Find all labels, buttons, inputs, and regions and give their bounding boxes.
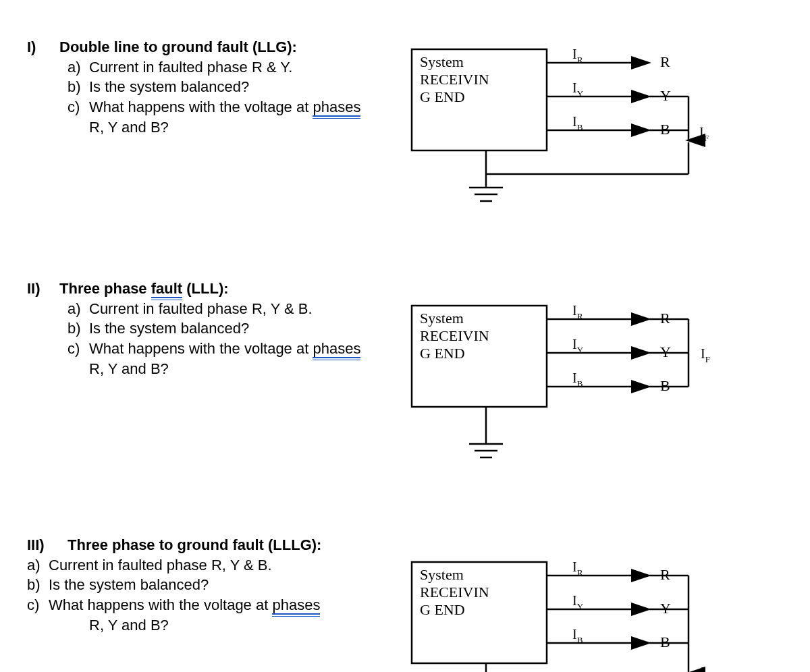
d2-IR: I <box>572 303 577 318</box>
s2-c-text: What happens with the voltage at phases <box>89 339 405 359</box>
s2-b-text: Is the system balanced? <box>89 318 405 339</box>
s2-h-post: (LLL): <box>182 280 228 297</box>
d3-B: B <box>660 634 670 650</box>
s2-a-label: a) <box>68 299 89 319</box>
d2-IRsub: R <box>577 311 583 321</box>
section-2: II) Three phase fault (LLL): a) Current … <box>27 279 796 474</box>
d2-IYsub: Y <box>577 345 584 355</box>
d3-box2: RECEIVIN <box>420 584 489 600</box>
section-3-diagram: System RECEIVIN G END IR IY IB R Y B <box>405 535 756 672</box>
d1-R: R <box>660 53 670 70</box>
s3-c-label: c) <box>27 595 49 615</box>
section-2-text: II) Three phase fault (LLL): a) Current … <box>27 279 405 379</box>
s1-c-label: c) <box>68 97 89 117</box>
d2-IBsub: B <box>577 379 583 389</box>
section-2-heading: Three phase fault (LLL): <box>59 279 229 299</box>
s1-a-label: a) <box>68 57 89 78</box>
d1-IRsub: R <box>577 55 583 65</box>
d3-box3: G END <box>420 601 465 618</box>
d1-box2: RECEIVIN <box>420 71 489 88</box>
page: I) Double line to ground fault (LLG): a)… <box>0 0 810 672</box>
section-1-heading: Double line to ground fault (LLG): <box>59 37 297 57</box>
d3-IR: I <box>572 559 577 574</box>
d2-box3: G END <box>420 345 465 362</box>
d3-R: R <box>660 566 670 583</box>
s3-a-label: a) <box>27 555 49 576</box>
d2-IFsub: F <box>705 354 710 364</box>
d2-B: B <box>660 377 670 394</box>
s3-b-label: b) <box>27 575 49 595</box>
section-2-diagram: System RECEIVIN G END IR IY IB R Y B <box>405 279 756 474</box>
d3-IF: I <box>701 665 705 672</box>
d1-box3: G END <box>420 88 465 105</box>
d3-IB: I <box>572 627 577 642</box>
s2-c-pre: What happens with the voltage at <box>89 340 313 357</box>
d1-IR: I <box>572 47 577 61</box>
d3-box1: System <box>420 566 464 583</box>
d3-IY: I <box>572 593 577 608</box>
d2-IY: I <box>572 337 577 352</box>
section-3-number: III) <box>27 535 68 555</box>
spellcheck-underline: phases <box>272 596 320 614</box>
d1-IBsub: B <box>577 122 583 132</box>
d1-B: B <box>660 121 670 138</box>
s2-c-label: c) <box>68 339 89 359</box>
s1-b-label: b) <box>68 77 89 97</box>
d3-IBsub: B <box>577 635 583 645</box>
section-3-text: III) Three phase to ground fault (LLLG):… <box>27 535 405 635</box>
section-1-text: I) Double line to ground fault (LLG): a)… <box>27 37 405 137</box>
spellcheck-underline: phases <box>313 340 360 358</box>
s3-c-cont: R, Y and B? <box>89 617 169 634</box>
d1-IFsub: F <box>704 133 709 143</box>
section-3-heading: Three phase to ground fault (LLLG): <box>68 535 321 555</box>
section-2-number: II) <box>27 279 59 299</box>
d1-box1: System <box>420 53 464 70</box>
d2-box1: System <box>420 310 464 327</box>
s1-b-text: Is the system balanced? <box>89 77 405 97</box>
s1-c-cont: R, Y and B? <box>89 119 169 136</box>
d1-IF: I <box>699 125 704 140</box>
s3-a-text: Current in faulted phase R, Y & B. <box>49 555 405 576</box>
s2-b-label: b) <box>68 318 89 339</box>
svg-text:IF: IF <box>699 125 709 143</box>
s1-c-text: What happens with the voltage at phases <box>89 97 405 117</box>
d1-IYsub: Y <box>577 88 584 99</box>
d3-IYsub: Y <box>577 601 584 611</box>
d2-R: R <box>660 310 670 327</box>
d2-Y: Y <box>660 343 671 360</box>
s2-h-pre: Three phase <box>59 280 151 297</box>
section-1-diagram: System RECEIVIN G END IR IY IB R Y <box>405 37 756 218</box>
s3-b-text: Is the system balanced? <box>49 575 405 595</box>
svg-text:IF: IF <box>701 346 710 364</box>
spellcheck-underline: phases <box>313 99 360 116</box>
d1-IB: I <box>572 114 577 129</box>
d1-IY: I <box>572 80 577 95</box>
s1-c-pre: What happens with the voltage at <box>89 99 313 115</box>
section-3: III) Three phase to ground fault (LLLG):… <box>27 535 796 672</box>
section-1: I) Double line to ground fault (LLG): a)… <box>27 37 796 218</box>
d2-box2: RECEIVIN <box>420 327 489 344</box>
section-1-number: I) <box>27 37 59 57</box>
d1-Y: Y <box>660 87 671 104</box>
s2-a-text: Current in faulted phase R, Y & B. <box>89 299 405 319</box>
s1-a-text: Current in faulted phase R & Y. <box>89 57 405 78</box>
s3-c-pre: What happens with the voltage at <box>49 596 272 613</box>
d2-IF: I <box>701 346 705 361</box>
svg-text:IF: IF <box>701 665 710 672</box>
s3-c-text: What happens with the voltage at phases <box>49 595 405 615</box>
d3-Y: Y <box>660 600 671 617</box>
d2-IB: I <box>572 370 577 385</box>
d3-IRsub: R <box>577 567 583 578</box>
spellcheck-underline: fault <box>151 280 182 298</box>
s2-c-cont: R, Y and B? <box>89 360 169 377</box>
